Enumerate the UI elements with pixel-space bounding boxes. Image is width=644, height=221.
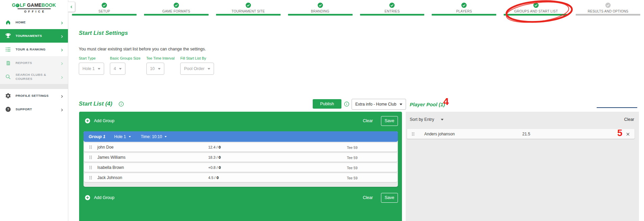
step-underline xyxy=(288,14,353,16)
caret-down-icon xyxy=(98,68,100,70)
chevron-right-icon xyxy=(60,61,64,65)
logo-wordmark: GLF GAMEBOOK xyxy=(0,3,68,8)
info-icon[interactable] xyxy=(344,102,349,107)
sidebar-item-search-clubs[interactable]: SEARCH CLUBS & COURSES xyxy=(0,70,68,84)
wizard-step-tab[interactable]: ENTRIES xyxy=(356,0,428,16)
wizard-step-tab[interactable]: GROUPS AND START LIST xyxy=(500,0,572,16)
chevron-right-icon xyxy=(60,47,64,51)
player-handicap: 4.5 /0 xyxy=(208,176,219,180)
clear-button[interactable]: Clear xyxy=(363,195,373,200)
start-list-player-row: Isabella Brown +0.8 /0 Tee 59 xyxy=(84,163,397,172)
player-handicap: 12.4 /0 xyxy=(208,145,221,149)
golf-ball-icon xyxy=(16,3,20,7)
start-list-toolbar-bottom: Add Group Clear Save xyxy=(85,193,398,203)
page-title: Start List Settings xyxy=(79,30,128,37)
plus-circle-icon xyxy=(85,118,91,124)
field-select[interactable]: Hole 1 xyxy=(79,63,104,75)
caret-down-icon xyxy=(119,68,122,70)
logo-game: GAME xyxy=(27,2,42,8)
group-hole-select[interactable]: Hole 1 xyxy=(114,134,131,139)
wizard-step-tab[interactable]: TOURNAMENT SITE xyxy=(212,0,284,16)
sidebar-item-tour-ranking[interactable]: TOUR & RANKING xyxy=(0,43,68,56)
drag-handle-icon[interactable] xyxy=(89,175,93,180)
wizard-step-label: ENTRIES xyxy=(385,9,400,13)
player-tee: Tee 59 xyxy=(347,146,358,150)
sidebar-item-home[interactable]: HOME xyxy=(0,16,68,29)
save-button[interactable]: Save xyxy=(381,116,398,126)
drag-handle-icon[interactable] xyxy=(89,165,93,170)
sidebar-item-reports[interactable]: REPORTS xyxy=(0,56,68,70)
sidebar-item-label: PROFILE SETTINGS xyxy=(16,94,51,98)
sidebar-item-label: TOUR & RANKING xyxy=(16,47,51,51)
sidebar-item-tournaments[interactable]: TOURNAMENTS xyxy=(0,29,68,43)
help-icon: ? xyxy=(5,106,11,113)
field-select[interactable]: Pool Order xyxy=(180,63,214,75)
wizard-step-tab[interactable]: BRANDING xyxy=(284,0,356,16)
player-name: john Doe xyxy=(97,145,114,150)
settings-field: Basic Groups Size 4 xyxy=(110,56,140,75)
pool-clear-button[interactable]: Clear xyxy=(624,117,634,122)
drag-handle-icon[interactable] xyxy=(411,132,415,136)
chevron-right-icon xyxy=(60,34,64,38)
ranking-list-icon xyxy=(5,46,11,53)
app-logo: GLF GAMEBOOK OFFICE xyxy=(0,0,68,16)
save-button[interactable]: Save xyxy=(381,193,398,203)
sidebar-collapse-button[interactable] xyxy=(68,2,75,12)
app-window: GLF GAMEBOOK OFFICE HOME TOURNAMENTS TOU… xyxy=(0,0,644,221)
check-circle-icon xyxy=(389,2,395,8)
logo-book: BOOK xyxy=(42,2,56,8)
drag-handle-icon[interactable] xyxy=(89,155,93,160)
player-handicap: 21.5 xyxy=(522,132,530,136)
extra-info-value: Extra info - Home Club xyxy=(355,102,396,107)
sort-by-value: Sort by Entry xyxy=(410,117,434,122)
caret-down-icon xyxy=(400,104,402,105)
wizard-step-tab[interactable]: GAME FORMATS xyxy=(140,0,212,16)
sidebar-item-profile-settings[interactable]: PROFILE SETTINGS xyxy=(0,89,68,103)
add-group-button[interactable]: Add Group xyxy=(85,195,114,201)
sidebar-item-label: TOURNAMENTS xyxy=(16,34,51,38)
wizard-step-label: GROUPS AND START LIST xyxy=(514,9,558,13)
clear-button[interactable]: Clear xyxy=(363,118,373,123)
extra-info-select[interactable]: Extra info - Home Club xyxy=(352,99,406,110)
sidebar-nav: HOME TOURNAMENTS TOUR & RANKING REPORTS xyxy=(0,16,68,116)
select-value: Hole 1 xyxy=(82,66,95,71)
wizard-step-label: BRANDING xyxy=(311,9,329,13)
player-handicap: 18.3 /0 xyxy=(208,155,221,159)
publish-button[interactable]: Publish xyxy=(313,99,341,109)
caret-down-icon xyxy=(165,136,167,137)
start-list-toolbar-top: Add Group Clear Save xyxy=(85,116,398,126)
sidebar-item-support[interactable]: ? SUPPORT xyxy=(0,103,68,116)
sidebar-item-label: SUPPORT xyxy=(16,107,51,111)
group-time-select[interactable]: Time: 10:10 xyxy=(141,134,167,139)
field-select[interactable]: 4 xyxy=(110,63,125,75)
search-icon xyxy=(5,73,11,80)
player-name: Jack Johnson xyxy=(97,175,122,180)
wizard-step-tab[interactable]: PLAYERS xyxy=(428,0,500,16)
info-icon[interactable] xyxy=(119,102,124,107)
wizard-step-tab[interactable]: SETUP xyxy=(68,0,140,16)
wizard-step-label: RESULTS AND OPTIONS xyxy=(588,9,628,13)
select-value: 4 xyxy=(114,66,116,71)
add-group-label: Add Group xyxy=(94,195,114,200)
step-underline xyxy=(576,14,640,16)
add-group-label: Add Group xyxy=(94,118,114,123)
start-list-title: Start List (4) xyxy=(79,101,112,107)
sidebar-item-label: SEARCH CLUBS & COURSES xyxy=(16,73,51,81)
svg-text:?: ? xyxy=(7,107,9,111)
sort-by-select[interactable]: Sort by Entry xyxy=(410,117,444,122)
add-group-button[interactable]: Add Group xyxy=(85,118,114,124)
pool-search-input-underline[interactable] xyxy=(597,107,637,108)
group-header-bar: Group 1 Hole 1 Time: 10:10 xyxy=(84,131,398,142)
chevron-right-icon xyxy=(60,107,64,111)
drag-handle-icon[interactable] xyxy=(89,145,93,150)
check-circle-icon xyxy=(533,2,539,8)
remove-player-icon[interactable] xyxy=(626,132,630,136)
wizard-step-tab[interactable]: RESULTS AND OPTIONS xyxy=(572,0,644,16)
red-number-annotation: 5 xyxy=(617,128,622,138)
caret-down-icon xyxy=(158,68,161,70)
step-underline xyxy=(144,14,209,16)
logo-golf-lf: LF xyxy=(20,2,26,8)
field-select[interactable]: 10 xyxy=(146,63,164,75)
caret-down-icon xyxy=(129,136,131,137)
plus-circle-icon xyxy=(85,195,91,201)
